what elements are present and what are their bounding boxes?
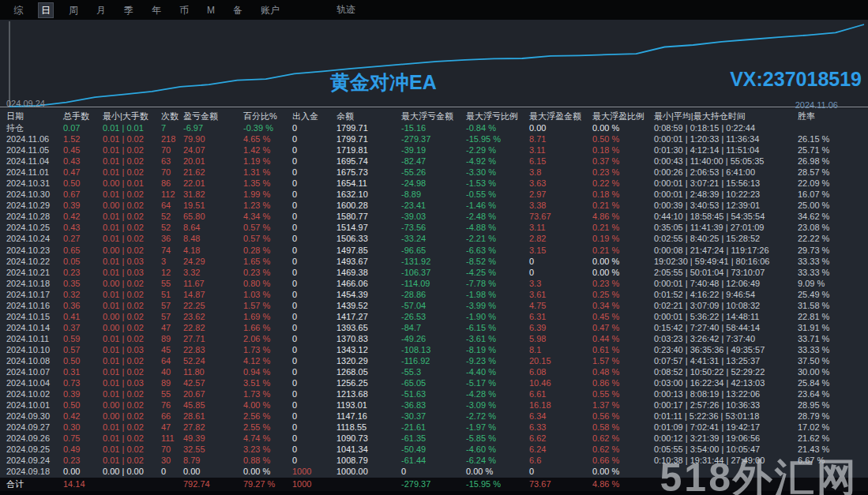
table-row[interactable]: 2024.09.180.000.00 | 0.0000.000.00 %1000… (0, 466, 868, 477)
table-row[interactable]: 2024.10.300.670.01 | 0.0211231.821.99 %0… (0, 189, 868, 200)
table-row[interactable]: 2024.10.170.320.01 | 0.025114.871.03 %01… (0, 289, 868, 300)
cell-win: 31.91 % (798, 322, 868, 333)
cell-pnl: 4.18 (183, 245, 243, 256)
cell-balance: 1343.12 (336, 344, 401, 355)
menu-item-6[interactable]: 币 (177, 3, 191, 17)
table-row[interactable]: 2024.11.010.470.01 | 0.027021.621.31 %01… (0, 167, 868, 178)
table-row[interactable]: 持仓0.070.01 | 0.017-6.97-0.39 %01799.71-1… (0, 122, 868, 133)
cell-lots: 0.39 (63, 200, 103, 211)
header-date[interactable]: 日期 (6, 110, 63, 122)
header-win[interactable]: 胜率 (798, 110, 868, 122)
cell-inout: 0 (292, 156, 336, 167)
table-row[interactable]: 2024.11.061.520.01 | 0.0221879.904.65 %0… (0, 133, 868, 144)
cell-inout: 0 (292, 256, 336, 267)
header-fp[interactable]: 最大浮盈金额 (529, 110, 592, 122)
cell-inout: 0 (292, 178, 336, 189)
cell-balance: 1469.38 (336, 267, 401, 278)
cell-pct: 1.73 % (243, 344, 292, 355)
cell-pnl: 3.32 (183, 267, 243, 278)
menu-item-9[interactable]: 账户 (258, 3, 282, 17)
table-row[interactable]: 2024.10.110.590.01 | 0.028927.712.06 %01… (0, 333, 868, 344)
table-row[interactable]: 2024.09.270.300.01 | 0.024727.822.55 %01… (0, 422, 868, 433)
table-row[interactable]: 2024.10.290.390.00 | 0.026419.511.23 %01… (0, 200, 868, 211)
menu-item-4[interactable]: 季 (122, 3, 136, 17)
table-row[interactable]: 2024.10.040.730.01 | 0.038942.573.51 %01… (0, 377, 868, 388)
header-lots[interactable]: 总手数 (63, 110, 103, 122)
header-times[interactable]: 最小|平均|最大持仓时间 (654, 110, 798, 122)
cell-pct: 2.56 % (243, 411, 292, 422)
table-row[interactable]: 2024.09.260.750.01 | 0.0211149.394.74 %0… (0, 433, 868, 444)
cell-flp: -1.98 % (466, 289, 529, 300)
cell-pnl: 22.01 (183, 178, 243, 189)
cell-fpp: 0.18 % (592, 144, 654, 156)
cell-count: 36 (161, 233, 183, 244)
table-row[interactable]: 2024.10.100.570.01 | 0.034522.831.73 %01… (0, 344, 868, 355)
header-balance[interactable]: 余额 (336, 110, 401, 122)
cell-minmax: 0.00 | 0.02 (103, 200, 161, 211)
table-row[interactable]: 2024.10.240.270.01 | 0.02368.480.57 %015… (0, 233, 868, 244)
cell-fl: -65.05 (401, 377, 466, 388)
table-row[interactable]: 2024.10.150.410.00 | 0.025723.621.69 %01… (0, 311, 868, 322)
table-row[interactable]: 2024.09.240.230.01 | 0.02308.790.88 %010… (0, 455, 868, 466)
table-row[interactable]: 2024.09.250.490.01 | 0.027032.553.23 %01… (0, 444, 868, 455)
cell-minmax: 0.01 | 0.02 (103, 289, 161, 300)
header-pnl[interactable]: 盈亏金额 (183, 110, 243, 122)
table-row[interactable]: 2024.11.050.450.01 | 0.027024.071.42 %01… (0, 144, 868, 156)
table-row[interactable]: 2024.10.310.500.00 | 0.018622.011.35 %01… (0, 178, 868, 189)
menu-item-0[interactable]: 综 (11, 3, 25, 17)
cell-pct: 0.57 % (243, 233, 292, 244)
cell-lots: 0.41 (63, 311, 103, 322)
table-row[interactable]: 2024.10.250.430.01 | 0.02528.640.57 %015… (0, 222, 868, 233)
cell-flp: -2.29 % (466, 144, 529, 156)
cell-minmax: 0.01 | 0.02 (103, 211, 161, 222)
table-row[interactable]: 2024.10.070.310.01 | 0.024011.800.94 %01… (0, 366, 868, 377)
menu-item-7[interactable]: M (205, 3, 217, 17)
table-row[interactable]: 2024.10.210.230.01 | 0.03123.320.23 %014… (0, 267, 868, 278)
cell-lots: 0.35 (63, 278, 103, 289)
menu-item-trail[interactable]: 轨迹 (336, 3, 355, 17)
cell-win (798, 466, 868, 477)
cell-times: 0:03:23 | 3:26:42 | 7:37:40 (654, 333, 798, 344)
header-fl[interactable]: 最大浮亏金额 (401, 110, 466, 122)
table-row[interactable]: 2024.10.010.500.00 | 0.027645.854.00 %01… (0, 399, 868, 411)
header-pct[interactable]: 百分比% (243, 110, 292, 122)
table-row[interactable]: 2024.10.080.500.01 | 0.026452.244.12 %01… (0, 355, 868, 366)
table-total-row[interactable]: 合计14.14792.7479.27 %1000-279.37-15.95 %7… (0, 478, 868, 491)
cell-minmax: 0.01 | 0.01 (103, 122, 161, 133)
cell-minmax: 0.00 | 0.02 (103, 322, 161, 333)
cell-times: 0:00:12 | 3:21:39 | 19:06:56 (654, 433, 798, 444)
table-row[interactable]: 2024.10.230.650.00 | 0.02744.180.28 %014… (0, 245, 868, 256)
cell-balance: 1439.52 (336, 300, 401, 311)
cell-lots: 0.59 (63, 333, 103, 344)
cell-minmax: 0.00 | 0.00 (103, 466, 161, 477)
table-row[interactable]: 2024.10.180.350.00 | 0.025511.670.80 %01… (0, 278, 868, 289)
menu-item-1[interactable]: 日 (39, 3, 53, 17)
header-inout[interactable]: 出入金 (292, 110, 336, 122)
cell-pnl: 20.01 (183, 156, 243, 167)
cell-times: 0:00:43 | 11:40:00 | 55:05:35 (654, 156, 798, 167)
cell-flp: -3.61 % (466, 333, 529, 344)
menu-item-3[interactable]: 月 (94, 3, 108, 17)
table-row[interactable]: 2024.10.280.420.01 | 0.025265.804.34 %01… (0, 211, 868, 222)
table-row[interactable]: 2024.10.220.050.01 | 0.03324.291.65 %014… (0, 256, 868, 267)
cell-win: 6.67 % (798, 455, 868, 466)
cell-date: 2024.10.07 (6, 366, 63, 377)
cell-inout: 0 (292, 433, 336, 444)
cell-win: 30.00 % (798, 366, 868, 377)
header-count[interactable]: 次数 (161, 110, 183, 122)
table-row[interactable]: 2024.10.020.390.01 | 0.025520.671.73 %01… (0, 388, 868, 399)
menu-item-5[interactable]: 年 (149, 3, 163, 17)
table-row[interactable]: 2024.11.040.430.01 | 0.026320.011.19 %01… (0, 156, 868, 167)
cell-win: 21.62 % (798, 433, 868, 444)
header-flp[interactable]: 最大浮亏比例 (466, 110, 529, 122)
table-row[interactable]: 2024.09.300.420.00 | 0.026628.612.56 %01… (0, 411, 868, 422)
table-row[interactable]: 2024.10.160.360.01 | 0.025722.251.57 %01… (0, 300, 868, 311)
menu-item-8[interactable]: 备 (231, 3, 245, 17)
header-minmax[interactable]: 最小|大手数 (103, 110, 161, 122)
menu-item-2[interactable]: 周 (66, 3, 81, 17)
header-fpp[interactable]: 最大浮盈比例 (592, 110, 654, 122)
cell-pct: 1.65 % (243, 256, 292, 267)
table-row[interactable]: 2024.10.140.370.00 | 0.024722.821.66 %01… (0, 322, 868, 333)
cell-win: 25.00 % (798, 200, 868, 211)
equity-chart[interactable]: 黄金对冲EA VX:237018519 (0, 20, 868, 109)
